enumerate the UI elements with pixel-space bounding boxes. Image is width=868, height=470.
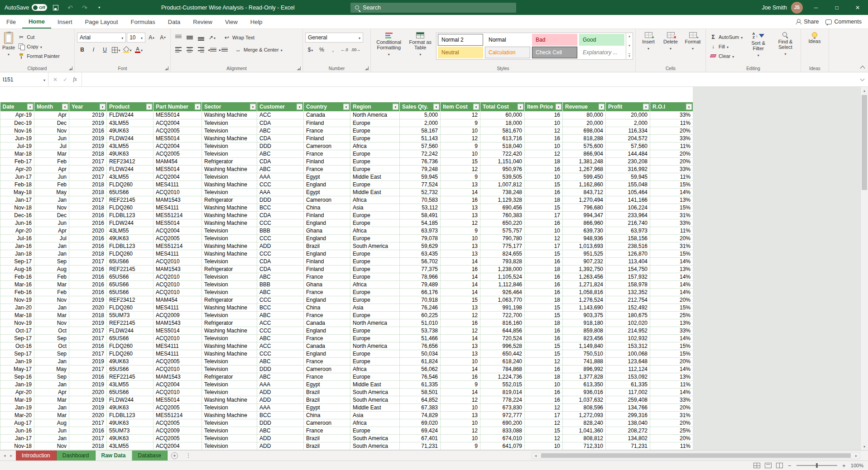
cell[interactable]: 818,288 — [563, 134, 606, 142]
cell[interactable]: 64,852 — [400, 396, 441, 404]
cell[interactable]: 216,740 — [606, 219, 650, 227]
cell[interactable]: 2016 — [69, 373, 107, 380]
cell[interactable]: 63,973 — [400, 227, 441, 234]
cell[interactable]: 14 — [441, 388, 480, 396]
cell[interactable]: 950,976 — [480, 165, 525, 173]
font-name-select[interactable]: Arial — [77, 33, 126, 43]
cell[interactable]: 25% — [650, 427, 693, 434]
cell[interactable]: 144,484 — [606, 150, 650, 157]
cell[interactable]: South America — [350, 396, 400, 404]
cell[interactable]: 2019 — [69, 119, 107, 127]
cell[interactable]: 9 — [441, 119, 480, 127]
cell[interactable]: 51,143 — [400, 134, 441, 142]
cell[interactable]: 2017 — [69, 157, 107, 165]
cell[interactable]: Television — [202, 404, 257, 411]
cell[interactable]: 650,442 — [480, 350, 525, 357]
cell[interactable]: 79,489 — [400, 280, 441, 288]
cell[interactable]: MAM1543 — [153, 265, 202, 273]
cell[interactable]: 2016 — [69, 288, 107, 296]
cell[interactable]: 828,240 — [563, 419, 606, 427]
cell[interactable]: Feb-17 — [0, 157, 34, 165]
cell[interactable]: 1,270,494 — [563, 196, 606, 204]
cell[interactable]: BBB — [257, 227, 304, 234]
cell[interactable]: ACQ2010 — [153, 288, 202, 296]
cell[interactable]: Refrigerator — [202, 319, 257, 327]
cell[interactable]: 10 — [525, 227, 563, 234]
cancel-icon[interactable]: ✕ — [53, 76, 58, 83]
cell[interactable]: Television — [202, 127, 257, 134]
cell[interactable]: ADD — [257, 442, 304, 450]
filter-dropdown-icon[interactable]: ▾ — [599, 104, 604, 110]
cell[interactable]: MES4111 — [153, 204, 202, 211]
column-header-date[interactable]: Date▾ — [0, 102, 34, 111]
cell[interactable]: 722,700 — [480, 311, 525, 319]
cell[interactable]: France — [304, 288, 350, 296]
cell-style-neutral[interactable]: Neutral — [438, 47, 483, 58]
cell[interactable]: 11% — [650, 173, 693, 180]
cell[interactable]: 52,732 — [400, 188, 441, 196]
cell[interactable]: 65US66 — [107, 288, 153, 296]
cell[interactable]: ACQ2010 — [153, 365, 202, 373]
horizontal-scrollbar[interactable]: ◂ ▸ — [532, 452, 860, 459]
cell[interactable]: 155,048 — [606, 180, 650, 188]
cell[interactable]: Europe — [350, 234, 400, 242]
customize-qat-button[interactable]: ▾ — [93, 2, 105, 14]
cell[interactable]: Europe — [350, 165, 400, 173]
cell[interactable]: 11% — [650, 119, 693, 127]
cell[interactable]: 1,063,770 — [480, 296, 525, 304]
cell[interactable]: ACQ2005 — [153, 150, 202, 157]
cell[interactable]: 13 — [441, 350, 480, 357]
scroll-left-arrow[interactable]: ◂ — [532, 454, 539, 458]
cell[interactable]: Television — [202, 357, 257, 365]
filter-dropdown-icon[interactable]: ▾ — [62, 104, 68, 110]
cell[interactable]: 2018 — [69, 311, 107, 319]
cell-style-check-cell[interactable]: Check Cell — [532, 47, 577, 58]
cell[interactable]: 43LM55 — [107, 227, 153, 234]
cell[interactable]: 33% — [650, 134, 693, 142]
format-as-table-button[interactable]: Format as Table — [406, 31, 435, 65]
cell[interactable]: Washing Machine — [202, 250, 257, 257]
cell[interactable]: Refrigerator — [202, 157, 257, 165]
cell[interactable]: 639,730 — [563, 227, 606, 234]
cell[interactable]: 10 — [525, 442, 563, 450]
font-color-button[interactable]: A — [134, 45, 144, 55]
cell[interactable]: 641,079 — [480, 442, 525, 450]
cell[interactable]: 158,156 — [606, 234, 650, 242]
cell[interactable]: 13 — [441, 304, 480, 311]
cell[interactable]: FLDBL123 — [107, 242, 153, 250]
cell[interactable]: 824,655 — [480, 250, 525, 257]
cell[interactable]: 43LM55 — [107, 442, 153, 450]
cell[interactable]: 10 — [441, 404, 480, 411]
cell[interactable]: 1,058,816 — [563, 288, 606, 296]
previous-sheet-arrow[interactable]: ◂ — [4, 453, 6, 458]
cell[interactable]: 80,000 — [563, 111, 606, 119]
cell[interactable]: 56,062 — [400, 365, 441, 373]
cell[interactable]: China — [304, 204, 350, 211]
cell[interactable]: ABC — [257, 273, 304, 280]
tab-scrollbar-splitter[interactable] — [188, 451, 189, 461]
cell[interactable]: 926,464 — [480, 288, 525, 296]
cell[interactable]: 53,112 — [400, 204, 441, 211]
cell[interactable]: 2016 — [69, 234, 107, 242]
cell[interactable]: 613,716 — [480, 134, 525, 142]
cell[interactable]: Television — [202, 419, 257, 427]
cell[interactable]: 11% — [650, 227, 693, 234]
vertical-scroll-thumb[interactable] — [862, 95, 867, 190]
filter-dropdown-icon[interactable]: ▾ — [250, 104, 256, 110]
cell[interactable]: 72,242 — [400, 150, 441, 157]
cell[interactable]: 11% — [650, 380, 693, 388]
cell[interactable]: 2017 — [69, 365, 107, 373]
cell[interactable]: FLDW244 — [107, 165, 153, 173]
cell[interactable]: Europe — [350, 311, 400, 319]
column-header-region[interactable]: Region▾ — [350, 102, 400, 111]
cell[interactable]: 14% — [650, 365, 693, 373]
cell[interactable]: 31% — [650, 242, 693, 250]
ideas-button[interactable]: Ideas — [803, 31, 826, 65]
cell[interactable]: 866,960 — [563, 219, 606, 227]
cell[interactable]: MES4111 — [153, 250, 202, 257]
cell[interactable]: 896,992 — [563, 365, 606, 373]
cell[interactable]: 238,516 — [606, 242, 650, 250]
cell[interactable]: 66,176 — [400, 288, 441, 296]
cell[interactable]: Europe — [350, 296, 400, 304]
cell[interactable]: 69,424 — [400, 427, 441, 434]
